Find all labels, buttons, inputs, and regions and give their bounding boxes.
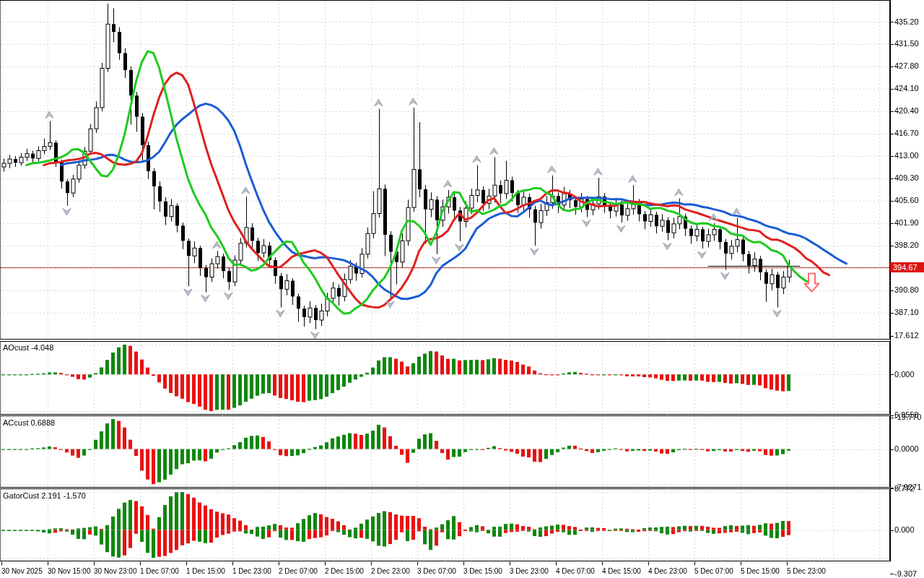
time-tick-label: 30 Nov 15:00 — [48, 568, 91, 575]
indicator-tick-label: 6.9558 — [894, 411, 919, 419]
time-tick-label: 1 Dec 23:00 — [232, 568, 271, 575]
time-tick-label: 5 Dec 15:00 — [741, 568, 780, 575]
price-tick-label: 431.50 — [894, 40, 919, 48]
price-tick-label: 398.20 — [894, 241, 919, 249]
price-tick-label: 416.70 — [894, 129, 919, 137]
price-tick-label: 435.20 — [894, 18, 919, 26]
time-tick-label: 1 Dec 15:00 — [186, 568, 225, 575]
price-tick-label: 420.40 — [894, 107, 919, 115]
chart-plot-canvas[interactable] — [0, 0, 924, 578]
price-tick-label: 424.10 — [894, 85, 919, 92]
indicator-label-gatorcust: GatorCust 2.191 -1.570 — [3, 491, 86, 500]
indicator-tick-label: 0.000 — [894, 371, 915, 379]
price-tick-label: 427.80 — [894, 62, 919, 70]
price-tick-label: 409.30 — [894, 174, 919, 182]
time-tick-label: 3 Dec 15:00 — [463, 568, 502, 575]
price-tick-label: 401.90 — [894, 219, 919, 227]
indicator-tick-label: 17.612 — [894, 332, 919, 340]
price-tick-label: 387.10 — [894, 309, 919, 316]
time-tick-label: 4 Dec 15:00 — [602, 568, 641, 575]
time-tick-label: 5 Dec 23:00 — [787, 568, 826, 575]
time-tick-label: 2 Dec 23:00 — [371, 568, 410, 575]
trading-chart: AOcust -4.048 ACcust 0.6888 GatorCust 2.… — [0, 0, 924, 578]
time-tick-label: 4 Dec 07:00 — [556, 568, 595, 575]
indicator-label-aocust: AOcust -4.048 — [3, 343, 53, 352]
time-tick-label: 4 Dec 23:00 — [648, 568, 687, 575]
time-tick-label: 1 Dec 07:00 — [140, 568, 179, 575]
time-tick-label: 30 Nov 23:00 — [94, 568, 137, 575]
indicator-tick-label: -9.307 — [894, 570, 917, 578]
time-tick-label: 2 Dec 07:00 — [279, 568, 318, 575]
price-tick-label: 413.00 — [894, 152, 919, 160]
time-tick-label: 2 Dec 15:00 — [325, 568, 364, 575]
price-tick-label: 390.80 — [894, 286, 919, 294]
indicator-tick-label: 0.000 — [894, 526, 915, 534]
indicator-label-accust: ACcust 0.6888 — [3, 418, 55, 427]
time-tick-label: 3 Dec 23:00 — [510, 568, 549, 575]
time-tick-label: 5 Dec 07:00 — [694, 568, 733, 575]
indicator-tick-label: 0.0000 — [894, 445, 919, 453]
price-tick-label: 405.60 — [894, 197, 919, 204]
time-tick-label: 30 Nov 2025 — [1, 568, 43, 575]
current-price-tag: 394.67 — [890, 262, 924, 272]
time-tick-label: 3 Dec 07:00 — [417, 568, 456, 575]
indicator-tick-label: 8.772 — [894, 485, 915, 493]
